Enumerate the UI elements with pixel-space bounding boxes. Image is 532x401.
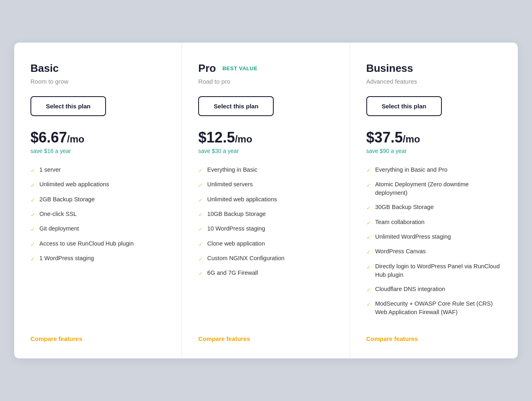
select-plan-button-business[interactable]: Select this plan — [366, 96, 442, 116]
list-item: ✓ModSecurity + OWASP Core Rule Set (CRS)… — [366, 300, 502, 317]
features-list-business: ✓Everything in Basic and Pro✓Atomic Depl… — [366, 166, 502, 322]
list-item: ✓Cloudflare DNS integration — [366, 285, 502, 294]
list-item: ✓10GB Backup Storage — [198, 210, 333, 219]
list-item: ✓1 WordPress staging — [30, 254, 165, 263]
feature-text: 6G and 7G Firewall — [207, 269, 258, 277]
list-item: ✓Clone web application — [198, 239, 333, 248]
feature-text: 1 server — [39, 166, 61, 174]
best-value-badge-pro: BEST VALUE — [223, 65, 257, 71]
feature-text: Git deployment — [39, 224, 79, 233]
feature-text: Custom NGINX Configuration — [207, 254, 284, 263]
list-item: ✓Team collaboration — [366, 218, 502, 227]
list-item: ✓Everything in Basic and Pro — [366, 166, 502, 175]
plan-save-text-business: save $90 a year — [366, 148, 502, 154]
plan-column-business: BusinessAdvanced featuresSelect this pla… — [350, 43, 518, 358]
check-icon: ✓ — [366, 181, 371, 189]
plan-header-basic: Basic — [30, 62, 165, 75]
compare-features-link-pro[interactable]: Compare features — [198, 335, 333, 342]
check-icon: ✓ — [366, 166, 371, 175]
check-icon: ✓ — [198, 196, 203, 204]
check-icon: ✓ — [198, 181, 203, 189]
feature-text: 1 WordPress staging — [39, 254, 94, 263]
plan-name-basic: Basic — [30, 62, 58, 75]
list-item: ✓6G and 7G Firewall — [198, 269, 333, 278]
features-list-basic: ✓1 server✓Unlimited web applications✓2GB… — [30, 166, 165, 322]
check-icon: ✓ — [30, 255, 35, 263]
features-list-pro: ✓Everything in Basic✓Unlimited servers✓U… — [198, 166, 333, 322]
plan-tagline-business: Advanced features — [366, 78, 502, 85]
check-icon: ✓ — [30, 196, 35, 204]
list-item: ✓Everything in Basic — [198, 166, 333, 175]
feature-text: Cloudflare DNS integration — [375, 285, 445, 293]
plan-save-text-pro: save $30 a year — [198, 148, 333, 154]
check-icon: ✓ — [366, 219, 371, 227]
feature-text: Everything in Basic and Pro — [375, 166, 448, 174]
plan-price-business: $37.5/mo — [366, 129, 502, 146]
list-item: ✓10 WordPress staging — [198, 224, 333, 233]
select-plan-button-pro[interactable]: Select this plan — [198, 96, 274, 116]
list-item: ✓Access to use RunCloud Hub plugin — [30, 239, 165, 248]
check-icon: ✓ — [366, 300, 371, 308]
list-item: ✓1 server — [30, 166, 165, 175]
check-icon: ✓ — [366, 204, 371, 212]
plan-tagline-pro: Road to pro — [198, 78, 333, 85]
feature-text: Atomic Deployment (Zero downtime deploym… — [375, 180, 502, 197]
feature-text: 2GB Backup Storage — [39, 195, 95, 204]
feature-text: Unlimited web applications — [207, 195, 277, 204]
compare-features-link-basic[interactable]: Compare features — [30, 335, 165, 342]
list-item: ✓WordPress Canvas — [366, 247, 502, 256]
check-icon: ✓ — [30, 166, 35, 175]
feature-text: Unlimited web applications — [39, 180, 109, 189]
feature-text: Unlimited servers — [207, 180, 253, 189]
plan-price-basic: $6.67/mo — [30, 129, 165, 146]
check-icon: ✓ — [30, 225, 35, 233]
list-item: ✓Custom NGINX Configuration — [198, 254, 333, 263]
list-item: ✓2GB Backup Storage — [30, 195, 165, 204]
check-icon: ✓ — [198, 240, 203, 248]
feature-text: Clone web application — [207, 239, 265, 248]
plan-name-pro: Pro — [198, 62, 216, 75]
feature-text: One-click SSL — [39, 210, 77, 218]
check-icon: ✓ — [30, 181, 35, 189]
list-item: ✓Unlimited servers — [198, 180, 333, 189]
plan-header-pro: ProBEST VALUE — [198, 62, 333, 75]
list-item: ✓Unlimited web applications — [30, 180, 165, 189]
check-icon: ✓ — [366, 248, 371, 256]
check-icon: ✓ — [198, 269, 203, 278]
list-item: ✓Directly login to WordPress Panel via R… — [366, 262, 502, 279]
check-icon: ✓ — [198, 225, 203, 233]
plan-name-business: Business — [366, 62, 413, 75]
plan-price-pro: $12.5/mo — [198, 129, 333, 146]
feature-text: 10GB Backup Storage — [207, 210, 266, 218]
check-icon: ✓ — [366, 286, 371, 294]
compare-features-link-business[interactable]: Compare features — [366, 335, 502, 342]
select-plan-button-basic[interactable]: Select this plan — [30, 96, 106, 116]
list-item: ✓Atomic Deployment (Zero downtime deploy… — [366, 180, 502, 197]
list-item: ✓Unlimited WordPress staging — [366, 233, 502, 241]
list-item: ✓Git deployment — [30, 224, 165, 233]
list-item: ✓One-click SSL — [30, 210, 165, 219]
feature-text: Team collaboration — [375, 218, 425, 226]
plan-column-pro: ProBEST VALUERoad to proSelect this plan… — [182, 43, 350, 358]
feature-text: 10 WordPress staging — [207, 224, 265, 233]
check-icon: ✓ — [366, 233, 371, 241]
check-icon: ✓ — [198, 211, 203, 219]
feature-text: WordPress Canvas — [375, 247, 426, 256]
plan-tagline-basic: Room to grow — [30, 78, 165, 85]
check-icon: ✓ — [30, 240, 35, 248]
pricing-container: BasicRoom to growSelect this plan$6.67/m… — [14, 43, 518, 358]
feature-text: 30GB Backup Storage — [375, 203, 434, 211]
plan-save-text-basic: save $16 a year — [30, 148, 165, 154]
check-icon: ✓ — [30, 211, 35, 219]
feature-text: Access to use RunCloud Hub plugin — [39, 239, 134, 248]
check-icon: ✓ — [366, 263, 371, 271]
feature-text: Directly login to WordPress Panel via Ru… — [375, 262, 502, 279]
plan-header-business: Business — [366, 62, 502, 75]
check-icon: ✓ — [198, 255, 203, 263]
plan-column-basic: BasicRoom to growSelect this plan$6.67/m… — [14, 43, 182, 358]
check-icon: ✓ — [198, 166, 203, 175]
feature-text: Unlimited WordPress staging — [375, 233, 451, 241]
feature-text: Everything in Basic — [207, 166, 257, 174]
feature-text: ModSecurity + OWASP Core Rule Set (CRS) … — [375, 300, 502, 317]
list-item: ✓30GB Backup Storage — [366, 203, 502, 212]
